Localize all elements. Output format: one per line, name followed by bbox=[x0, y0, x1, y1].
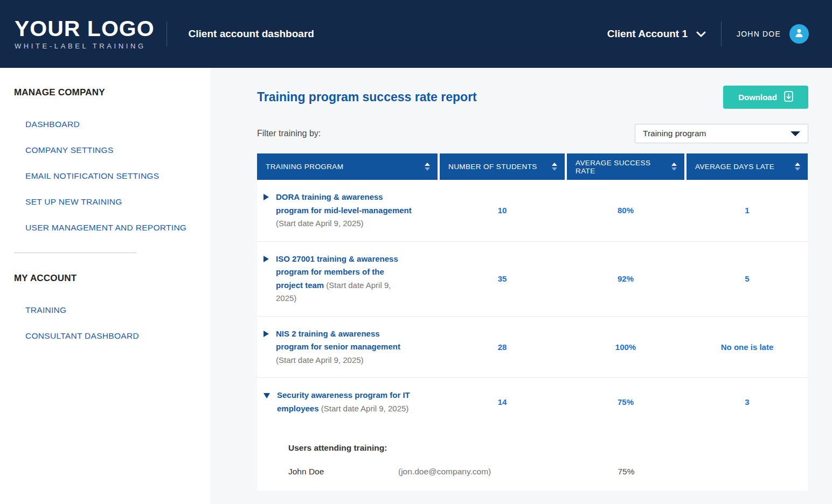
table-row: ISO 27001 training & awareness program f… bbox=[257, 242, 808, 317]
collapse-down-icon[interactable] bbox=[264, 393, 270, 398]
column-header-label: TRAINING PROGRAM bbox=[266, 163, 343, 171]
program-start-date: (Start date April 9, 2025) bbox=[276, 219, 364, 228]
logo-subtitle: WHITE-LABEL TRAINING bbox=[15, 42, 155, 50]
chevron-down-icon bbox=[696, 28, 706, 40]
table-row-expanded: Security awareness program for IT employ… bbox=[257, 378, 808, 491]
program-start-date: (Start date April 9, 2025) bbox=[319, 404, 409, 413]
sidebar-item-email-notification-settings[interactable]: EMAIL NOTIFICATION SETTINGS bbox=[25, 171, 159, 180]
expand-right-icon[interactable] bbox=[264, 256, 269, 262]
success-rate-value: 80% bbox=[567, 180, 684, 241]
program-name[interactable]: DORA training & awareness program for mi… bbox=[276, 192, 412, 215]
filter-dropdown[interactable]: Training program bbox=[635, 124, 808, 143]
program-name[interactable]: NIS 2 training & awareness program for s… bbox=[276, 329, 400, 352]
students-value: 10 bbox=[440, 180, 565, 241]
days-late-value: 5 bbox=[687, 242, 808, 316]
user-avatar[interactable] bbox=[789, 24, 809, 44]
column-header-label: AVERAGE SUCCESS RATE bbox=[576, 159, 671, 175]
file-download-icon bbox=[784, 91, 793, 103]
user-success-rate: 75% bbox=[567, 467, 685, 477]
table-row: Security awareness program for IT employ… bbox=[257, 378, 808, 426]
account-selector-label: Client Account 1 bbox=[607, 28, 688, 40]
sidebar: MANAGE COMPANY DASHBOARD COMPANY SETTING… bbox=[0, 68, 210, 504]
table-body: DORA training & awareness program for mi… bbox=[257, 180, 808, 491]
filter-dropdown-value: Training program bbox=[643, 129, 706, 138]
attending-user-row: John Doe (jon.doe@company.com) 75% bbox=[257, 467, 808, 477]
table-row: NIS 2 training & awareness program for s… bbox=[257, 317, 808, 379]
main-content: Training program success rate report Dow… bbox=[210, 68, 832, 504]
sort-arrows-icon[interactable] bbox=[671, 163, 677, 171]
students-value: 14 bbox=[440, 378, 565, 426]
program-start-date: (Start date April 9, 2025) bbox=[276, 355, 364, 365]
table-row: DORA training & awareness program for mi… bbox=[257, 180, 808, 242]
success-rate-value: 92% bbox=[567, 242, 684, 316]
report-table: TRAINING PROGRAM NUMBER OF STUDENTS AVER… bbox=[257, 153, 808, 491]
sidebar-item-consultant-dashboard[interactable]: CONSULTANT DASHBOARD bbox=[25, 331, 139, 340]
user-email: (jon.doe@company.com) bbox=[398, 467, 567, 477]
students-value: 35 bbox=[440, 242, 565, 316]
sidebar-item-dashboard[interactable]: DASHBOARD bbox=[25, 120, 80, 129]
sidebar-section-title-my-account: MY ACCOUNT bbox=[14, 273, 210, 284]
days-late-value: No one is late bbox=[687, 317, 808, 378]
page-title: Client account dashboard bbox=[189, 28, 314, 40]
sidebar-item-company-settings[interactable]: COMPANY SETTINGS bbox=[25, 145, 114, 155]
expand-right-icon[interactable] bbox=[264, 194, 269, 200]
logo-title: YOUR LOGO bbox=[15, 18, 155, 40]
filter-label: Filter training by: bbox=[257, 129, 321, 138]
sort-arrows-icon[interactable] bbox=[795, 163, 800, 171]
column-header-training-program[interactable]: TRAINING PROGRAM bbox=[257, 153, 438, 180]
header-divider bbox=[167, 22, 167, 46]
sidebar-item-user-management-and-reporting[interactable]: USER MANAGEMENT AND REPORTING bbox=[25, 223, 186, 232]
days-late-value: 1 bbox=[687, 180, 808, 241]
students-value: 28 bbox=[440, 317, 565, 378]
column-header-average-success-rate[interactable]: AVERAGE SUCCESS RATE bbox=[567, 153, 684, 180]
top-bar: YOUR LOGO WHITE-LABEL TRAINING Client ac… bbox=[0, 0, 832, 68]
sidebar-divider bbox=[14, 253, 137, 253]
caret-down-icon bbox=[791, 131, 800, 136]
account-selector[interactable]: Client Account 1 bbox=[607, 28, 706, 40]
days-late-value: 3 bbox=[687, 378, 808, 426]
column-header-number-of-students[interactable]: NUMBER OF STUDENTS bbox=[440, 153, 565, 180]
success-rate-value: 100% bbox=[567, 317, 684, 378]
column-header-label: NUMBER OF STUDENTS bbox=[448, 163, 537, 171]
download-button-label: Download bbox=[738, 93, 777, 102]
users-attending-heading: Users attending training: bbox=[288, 443, 808, 453]
user-name: JOHN DOE bbox=[737, 30, 781, 38]
logo: YOUR LOGO WHITE-LABEL TRAINING bbox=[15, 18, 155, 50]
success-rate-value: 75% bbox=[567, 378, 684, 426]
user-name: John Doe bbox=[288, 467, 398, 477]
header-divider bbox=[721, 22, 722, 46]
column-header-average-days-late[interactable]: AVERAGE DAYS LATE bbox=[687, 153, 808, 180]
sidebar-item-set-up-new-training[interactable]: SET UP NEW TRAINING bbox=[25, 197, 122, 206]
report-title: Training program success rate report bbox=[257, 90, 477, 104]
table-header-row: TRAINING PROGRAM NUMBER OF STUDENTS AVER… bbox=[257, 153, 808, 180]
sort-arrows-icon[interactable] bbox=[552, 163, 557, 171]
download-button[interactable]: Download bbox=[723, 86, 808, 109]
column-header-label: AVERAGE DAYS LATE bbox=[695, 163, 774, 171]
expand-right-icon[interactable] bbox=[264, 331, 269, 337]
person-icon bbox=[794, 27, 805, 40]
sidebar-item-training[interactable]: TRAINING bbox=[25, 305, 66, 314]
sidebar-section-title-manage-company: MANAGE COMPANY bbox=[14, 87, 210, 98]
sort-arrows-icon[interactable] bbox=[425, 163, 430, 171]
